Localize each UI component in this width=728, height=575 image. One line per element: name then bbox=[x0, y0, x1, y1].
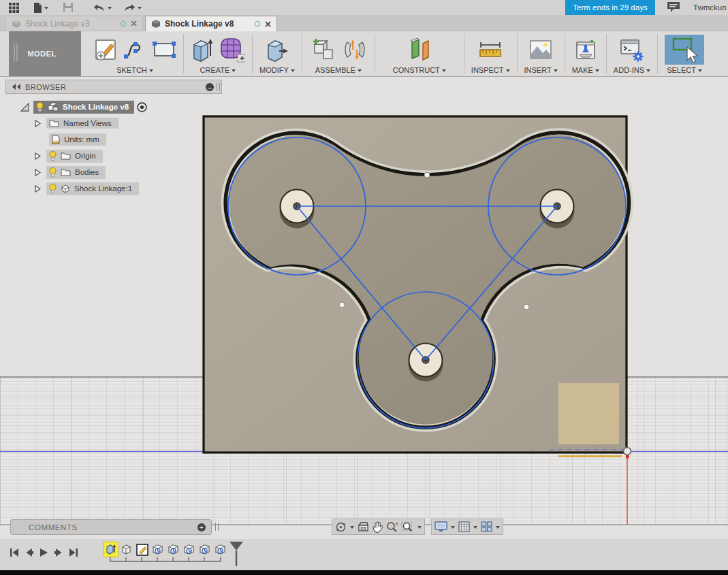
group-label[interactable]: SELECT bbox=[667, 66, 696, 74]
viewports-icon[interactable] bbox=[481, 521, 500, 532]
redo-icon[interactable] bbox=[117, 0, 147, 15]
form-icon[interactable] bbox=[219, 37, 245, 63]
folder-icon bbox=[61, 152, 71, 160]
rectangle-icon[interactable] bbox=[152, 40, 176, 59]
group-label[interactable]: CONSTRUCT bbox=[393, 66, 440, 74]
go-to-end-icon[interactable] bbox=[69, 548, 78, 557]
tree-item-units[interactable]: Units: mm bbox=[5, 131, 222, 148]
scripts-addins-icon[interactable] bbox=[619, 37, 645, 62]
group-label[interactable]: CREATE bbox=[200, 66, 230, 74]
group-label[interactable]: MODIFY bbox=[259, 66, 289, 74]
timeline-playback bbox=[10, 548, 78, 557]
tab-shock-linkage-v8[interactable]: Shock Linkage v8 bbox=[145, 16, 277, 31]
visibility-bulb-icon[interactable] bbox=[49, 167, 57, 178]
step-forward-icon[interactable] bbox=[54, 548, 63, 557]
feature-hole[interactable] bbox=[213, 542, 227, 557]
feature-sketch[interactable] bbox=[135, 542, 149, 557]
comments-expand-icon[interactable]: + bbox=[197, 523, 206, 531]
orbit-icon[interactable] bbox=[335, 521, 354, 533]
measure-icon[interactable] bbox=[477, 38, 504, 61]
new-component-icon[interactable] bbox=[309, 37, 336, 62]
collapsed-arrow-icon[interactable] bbox=[35, 152, 41, 160]
collapsed-arrow-icon[interactable] bbox=[35, 185, 41, 193]
play-icon[interactable] bbox=[39, 548, 48, 557]
toolbar-group-make: MAKE bbox=[565, 31, 606, 76]
collapsed-arrow-icon[interactable] bbox=[35, 169, 41, 176]
toolbar-group-sketch: SKETCH bbox=[86, 31, 183, 76]
highlighted-face[interactable] bbox=[558, 383, 619, 444]
subscription-banner[interactable]: Term ends in 29 days bbox=[565, 0, 655, 15]
panel-grip[interactable] bbox=[217, 83, 220, 91]
tab-close-icon[interactable] bbox=[265, 21, 271, 27]
workspace-selector[interactable]: MODEL bbox=[9, 31, 81, 76]
select-tool-active[interactable] bbox=[665, 35, 704, 65]
tree-root-row[interactable]: Shock Linkage v8 bbox=[5, 99, 222, 115]
collapsed-arrow-icon[interactable] bbox=[35, 120, 41, 127]
boss-top-right[interactable] bbox=[540, 190, 575, 229]
tree-item-shock-linkage-1[interactable]: Shock Linkage:1 bbox=[5, 180, 222, 197]
zoom-window-icon[interactable] bbox=[401, 521, 422, 533]
origin-point[interactable] bbox=[624, 448, 631, 455]
group-label[interactable]: INSERT bbox=[524, 66, 552, 74]
timeline-bar bbox=[0, 539, 728, 570]
browser-header[interactable]: BROWSER – bbox=[5, 80, 222, 94]
feature-extrude[interactable] bbox=[104, 542, 118, 557]
group-label[interactable]: INSPECT bbox=[471, 66, 504, 74]
zoom-icon[interactable]: ± bbox=[386, 521, 398, 533]
nav-tools-group: ± bbox=[332, 519, 425, 535]
item-label: Shock Linkage:1 bbox=[74, 184, 132, 193]
tab-status-ring-icon bbox=[120, 20, 127, 27]
feature-hole[interactable] bbox=[182, 542, 196, 557]
feature-body[interactable] bbox=[119, 542, 133, 557]
file-menu-icon[interactable] bbox=[27, 0, 54, 15]
tree-item-named-views[interactable]: Named Views bbox=[5, 115, 222, 131]
comments-panel[interactable]: COMMENTS + bbox=[10, 519, 212, 535]
toolbar-group-construct: CONSTRUCT bbox=[375, 31, 464, 76]
look-at-icon[interactable] bbox=[358, 522, 369, 532]
feature-hole[interactable] bbox=[166, 542, 180, 557]
undo-icon[interactable] bbox=[87, 0, 117, 15]
feature-hole[interactable] bbox=[151, 542, 165, 557]
tree-item-bodies[interactable]: Bodies bbox=[5, 164, 222, 180]
tree-item-origin[interactable]: Origin bbox=[5, 148, 222, 164]
visibility-bulb-icon[interactable] bbox=[49, 151, 57, 161]
group-label[interactable]: SKETCH bbox=[116, 66, 147, 74]
visibility-bulb-icon[interactable] bbox=[36, 102, 44, 112]
fusion360-window: Term ends in 29 days Twmckun Shock Linka… bbox=[0, 0, 728, 575]
app-grid-icon[interactable] bbox=[0, 0, 27, 15]
username-label[interactable]: Twmckun bbox=[693, 0, 727, 15]
group-label[interactable]: MAKE bbox=[572, 66, 593, 74]
grid-settings-icon[interactable] bbox=[458, 521, 477, 532]
panel-grip[interactable] bbox=[215, 523, 219, 531]
expanded-arrow-icon[interactable] bbox=[20, 103, 29, 112]
feature-hole[interactable] bbox=[197, 542, 212, 557]
group-label[interactable]: ADD-INS bbox=[614, 66, 644, 74]
boss-top-left[interactable] bbox=[280, 190, 315, 229]
press-pull-icon[interactable] bbox=[266, 37, 289, 63]
activate-radio-icon[interactable] bbox=[137, 102, 147, 112]
group-label[interactable]: ASSEMBLE bbox=[315, 66, 355, 74]
visibility-bulb-icon[interactable] bbox=[49, 184, 57, 194]
go-to-start-icon[interactable] bbox=[10, 548, 19, 557]
pan-icon[interactable] bbox=[373, 521, 383, 533]
item-label: Bodies bbox=[75, 168, 99, 176]
collapse-panel-icon[interactable] bbox=[12, 84, 21, 90]
timeline-marker[interactable] bbox=[229, 541, 244, 567]
display-settings-icon[interactable] bbox=[434, 521, 455, 532]
print-3d-icon[interactable] bbox=[574, 38, 597, 61]
browser-minimize-icon[interactable]: – bbox=[206, 83, 214, 91]
extrude-icon[interactable] bbox=[191, 37, 214, 63]
step-back-icon[interactable] bbox=[25, 548, 33, 557]
svg-text:±: ± bbox=[395, 521, 398, 527]
construct-plane-icon[interactable] bbox=[407, 37, 432, 63]
tab-shock-linkage-v3[interactable]: Shock Linkage v3 bbox=[5, 16, 143, 31]
save-icon[interactable] bbox=[54, 0, 82, 15]
create-sketch-icon[interactable] bbox=[93, 37, 118, 62]
tab-close-icon[interactable] bbox=[131, 20, 137, 27]
insert-image-icon[interactable] bbox=[528, 39, 553, 61]
spline-icon[interactable] bbox=[123, 39, 146, 61]
joint-icon[interactable] bbox=[342, 38, 368, 61]
toolbar-group-create: CREATE bbox=[184, 31, 252, 76]
boss-bottom[interactable] bbox=[409, 344, 443, 382]
feedback-chat-icon[interactable] bbox=[667, 2, 680, 15]
